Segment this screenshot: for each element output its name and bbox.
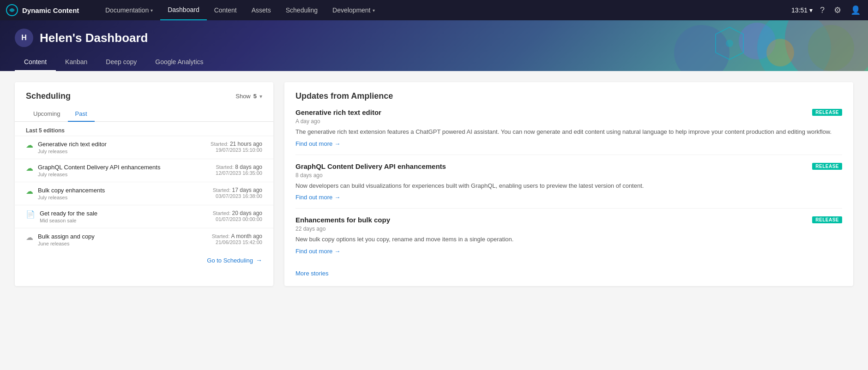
find-out-more-link[interactable]: Find out more → [295, 194, 842, 201]
list-item: 📄 Get ready for the sale Mid season sale… [15, 205, 273, 228]
arrow-right-icon: → [256, 257, 262, 264]
dashboard-header: H Helen's Dashboard Content Kanban Deep … [0, 20, 868, 71]
topnav-assets[interactable]: Assets [244, 0, 278, 20]
edition-name: Get ready for the sale [40, 210, 97, 217]
tab-content[interactable]: Content [15, 54, 56, 71]
update-card-title: Enhancements for bulk copy [295, 216, 390, 224]
dashboard-title-row: H Helen's Dashboard [15, 29, 853, 47]
list-item: ☁ GraphQL Content Delivery API enhanceme… [15, 159, 273, 182]
editions-label: Last 5 editions [15, 122, 273, 136]
go-to-scheduling-link[interactable]: Go to Scheduling → [15, 251, 273, 271]
edition-sub: July releases [38, 195, 105, 200]
update-description: Now developers can build visualizations … [295, 181, 842, 191]
edition-name: Bulk assign and copy [38, 233, 95, 240]
show-count: 5 [253, 93, 257, 100]
cloud-upload-icon: ☁ [26, 187, 33, 196]
update-card: GraphQL Content Delivery API enhancement… [295, 162, 842, 209]
scheduling-title: Scheduling [26, 91, 71, 101]
document-icon: 📄 [26, 210, 35, 219]
edition-time: Started: 8 days ago 12/07/2023 16:35:00 [216, 164, 262, 176]
development-chevron-icon: ▾ [373, 8, 375, 13]
list-item: ☁ Bulk assign and copy June releases Sta… [15, 228, 273, 251]
scheduling-header: Scheduling Show 5 ▾ [15, 82, 273, 107]
update-card: Generative rich text editor RELEASE A da… [295, 108, 842, 155]
updates-title: Updates from Amplience [295, 91, 842, 101]
edition-time: Started: 21 hours ago 19/07/2023 15:10:0… [211, 141, 262, 153]
edition-name: Generative rich text editor [38, 141, 107, 148]
show-chevron-icon: ▾ [259, 93, 262, 100]
update-card-title: Generative rich text editor [295, 108, 381, 116]
more-stories-link[interactable]: More stories [295, 266, 329, 277]
show-control[interactable]: Show 5 ▾ [235, 93, 262, 100]
tab-past[interactable]: Past [68, 107, 95, 122]
time-chevron-icon[interactable]: ▾ [809, 6, 813, 14]
update-card-header: Generative rich text editor RELEASE [295, 108, 842, 116]
scheduling-panel: Scheduling Show 5 ▾ Upcoming Past Last 5… [15, 82, 273, 286]
release-badge: RELEASE [812, 163, 842, 170]
cloud-upload-icon: ☁ [26, 164, 33, 173]
cloud-icon: ☁ [26, 233, 33, 242]
edition-time: Started: 17 days ago 03/07/2023 16:38:00 [213, 187, 262, 199]
find-out-more-link[interactable]: Find out more → [295, 140, 842, 147]
edition-left: ☁ Bulk assign and copy June releases [26, 233, 95, 246]
edition-name: Bulk copy enhancements [38, 187, 105, 194]
cloud-upload-icon: ☁ [26, 141, 33, 149]
topnav-right: 13:51 ▾ ? ⚙ 👤 [791, 3, 862, 17]
settings-button[interactable]: ⚙ [832, 3, 843, 17]
edition-name: GraphQL Content Delivery API enhancement… [38, 164, 160, 171]
update-age: 22 days ago [295, 226, 842, 232]
topnav: Dynamic Content Documentation ▾ Dashboar… [0, 0, 868, 20]
arrow-right-icon: → [334, 248, 340, 255]
list-item: ☁ Generative rich text editor July relea… [15, 136, 273, 159]
edition-left: ☁ Generative rich text editor July relea… [26, 141, 107, 154]
edition-sub: July releases [38, 172, 160, 177]
edition-left: ☁ Bulk copy enhancements July releases [26, 187, 105, 200]
update-card-header: GraphQL Content Delivery API enhancement… [295, 162, 842, 170]
update-age: A day ago [295, 118, 842, 125]
user-button[interactable]: 👤 [849, 3, 862, 17]
arrow-right-icon: → [334, 194, 340, 201]
update-card: Enhancements for bulk copy RELEASE 22 da… [295, 216, 842, 262]
edition-time: Started: A month ago 21/06/2023 15:42:00 [212, 233, 262, 245]
arrow-right-icon: → [334, 140, 340, 147]
update-description: The generative rich text extension featu… [295, 127, 842, 137]
documentation-chevron-icon: ▾ [151, 8, 153, 13]
update-card-title: GraphQL Content Delivery API enhancement… [295, 162, 446, 170]
dashboard-title: Helen's Dashboard [40, 31, 148, 45]
release-badge: RELEASE [812, 216, 842, 223]
tab-deep-copy[interactable]: Deep copy [96, 54, 146, 71]
topnav-documentation[interactable]: Documentation ▾ [98, 0, 160, 20]
main-content: Scheduling Show 5 ▾ Upcoming Past Last 5… [0, 71, 868, 297]
tab-kanban[interactable]: Kanban [56, 54, 96, 71]
clock-display: 13:51 ▾ [791, 6, 813, 14]
topnav-content[interactable]: Content [207, 0, 244, 20]
update-description: New bulk copy options let you copy, rena… [295, 235, 842, 244]
dashboard-tabs: Content Kanban Deep copy Google Analytic… [15, 54, 853, 71]
topnav-links: Documentation ▾ Dashboard Content Assets… [98, 0, 791, 20]
release-badge: RELEASE [812, 109, 842, 116]
update-card-header: Enhancements for bulk copy RELEASE [295, 216, 842, 224]
tab-google-analytics[interactable]: Google Analytics [146, 54, 212, 71]
edition-sub: Mid season sale [40, 218, 97, 223]
show-text: Show [235, 93, 251, 100]
app-logo: Dynamic Content [6, 4, 98, 17]
find-out-more-link[interactable]: Find out more → [295, 248, 842, 255]
edition-sub: June releases [38, 241, 95, 246]
help-button[interactable]: ? [818, 4, 826, 17]
topnav-dashboard[interactable]: Dashboard [160, 0, 207, 20]
scheduling-tabs: Upcoming Past [15, 107, 273, 122]
tab-upcoming[interactable]: Upcoming [26, 107, 68, 122]
edition-sub: July releases [38, 149, 107, 154]
edition-time: Started: 20 days ago 01/07/2023 00:00:00 [213, 210, 262, 222]
avatar: H [15, 29, 33, 47]
topnav-development[interactable]: Development ▾ [325, 0, 382, 20]
update-age: 8 days ago [295, 172, 842, 179]
topnav-scheduling[interactable]: Scheduling [278, 0, 325, 20]
edition-left: 📄 Get ready for the sale Mid season sale [26, 210, 97, 223]
list-item: ☁ Bulk copy enhancements July releases S… [15, 182, 273, 205]
app-title: Dynamic Content [22, 6, 79, 14]
updates-panel: Updates from Amplience Generative rich t… [284, 82, 853, 286]
edition-left: ☁ GraphQL Content Delivery API enhanceme… [26, 164, 160, 177]
app-logo-icon [6, 4, 18, 17]
